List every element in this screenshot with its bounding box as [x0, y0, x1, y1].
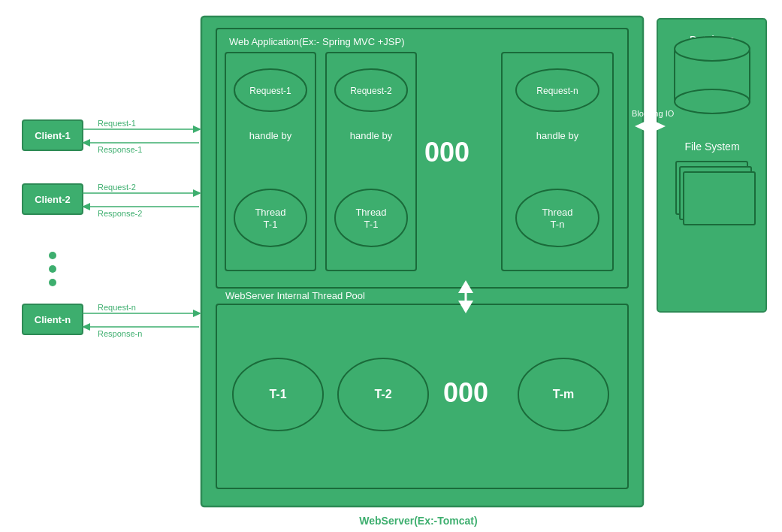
dot-1	[49, 252, 56, 259]
clientn-req-arrow	[193, 310, 201, 317]
thread-1-id: T-1	[264, 219, 278, 230]
client-1: Client-1	[35, 130, 71, 141]
handle-by-2: handle by	[350, 130, 393, 141]
request-2-label: Request-2	[350, 86, 392, 96]
svg-point-14	[335, 189, 407, 246]
svg-point-17	[516, 189, 599, 246]
diagram-container: Database File System WebServer(Ex:-Tomca…	[0, 0, 782, 532]
client2-req-arrow	[193, 189, 201, 197]
svg-point-3	[675, 89, 750, 113]
svg-point-2	[675, 37, 750, 61]
client1-req-arrow	[193, 125, 201, 133]
thread-n-id: T-n	[551, 219, 565, 230]
dots-col-webapp: 000	[424, 137, 470, 168]
client2-req-label: Request-2	[98, 183, 136, 192]
dot-3	[49, 279, 56, 286]
pool-t2: T-2	[374, 388, 391, 401]
clientn-resp-label: Response-n	[98, 329, 142, 338]
request-n-label: Request-n	[536, 86, 578, 96]
dots-pool: 000	[443, 377, 488, 408]
client-n: Client-n	[35, 314, 71, 325]
blocking-io-label: Blocking IO	[632, 109, 675, 118]
clientn-req-label: Request-n	[98, 303, 136, 312]
handle-by-n: handle by	[536, 130, 579, 141]
thread-2-label: Thread	[355, 207, 386, 218]
thread-1-label: Thread	[255, 207, 285, 218]
request-1-label: Request-1	[249, 86, 291, 96]
client-2: Client-2	[35, 194, 71, 205]
svg-rect-6	[684, 172, 755, 225]
svg-point-11	[234, 189, 306, 246]
pool-t1: T-1	[269, 388, 286, 401]
threadpool-title: WebServer Internal Thread Pool	[225, 290, 365, 301]
thread-2-id: T-1	[364, 219, 379, 230]
client2-resp-label: Response-2	[98, 209, 142, 218]
client1-resp-label: Response-1	[98, 145, 142, 154]
filesystem-label: File System	[684, 141, 739, 153]
webserver-label: WebServer(Ex:-Tomcat)	[359, 515, 477, 527]
client1-req-label: Request-1	[98, 119, 136, 128]
webapp-title: Web Application(Ex:- Spring MVC +JSP)	[229, 36, 405, 47]
dot-2	[49, 265, 56, 273]
thread-n-label: Thread	[542, 207, 572, 218]
pool-tm: T-m	[553, 388, 574, 401]
handle-by-1: handle by	[249, 130, 292, 141]
